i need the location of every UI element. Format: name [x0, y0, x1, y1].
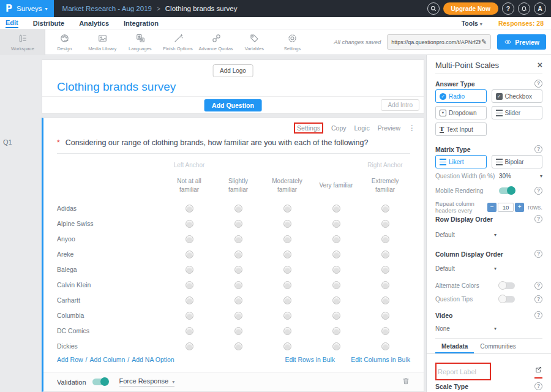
radio-button-calvin-klein-slightly-familiar[interactable]	[234, 281, 242, 289]
answer-type-option-slider[interactable]: Slider	[492, 106, 543, 119]
avatar[interactable]: A	[534, 2, 546, 15]
radio-button-dickies-not-at-all-familiar[interactable]	[186, 342, 193, 350]
link-add-column[interactable]: Add Column	[90, 356, 126, 363]
video-select[interactable]: None ▾	[435, 325, 542, 332]
tools-dropdown[interactable]: Tools ▾	[462, 20, 482, 27]
radio-button-dc-comics-not-at-all-familiar[interactable]	[186, 327, 193, 335]
radio-button-carhartt-slightly-familiar[interactable]	[234, 296, 242, 304]
help-icon[interactable]: ?	[534, 215, 542, 223]
radio-button-anyoo-not-at-all-familiar[interactable]	[186, 235, 193, 243]
radio-button-dc-comics-extremely-familiar[interactable]	[381, 327, 389, 335]
toolbar-item-media-library[interactable]: Media Library	[83, 29, 121, 55]
survey-title[interactable]: Clothing brands survey	[57, 80, 176, 94]
radio-button-balega-slightly-familiar[interactable]	[234, 266, 242, 274]
toolbar-item-variables[interactable]: Variables	[235, 29, 273, 55]
mobile-rendering-toggle[interactable]	[499, 187, 515, 194]
row-display-order-select[interactable]: Default ▾	[435, 232, 542, 238]
radio-button-areke-not-at-all-familiar[interactable]	[186, 251, 193, 258]
add-logo-button[interactable]: Add Logo	[212, 64, 253, 77]
radio-button-dickies-moderately-familiar[interactable]	[283, 342, 291, 350]
link-add-na-option[interactable]: Add NA Option	[132, 356, 174, 363]
answer-type-option-text-input[interactable]: TText Input	[435, 123, 487, 136]
radio-button-anyoo-moderately-familiar[interactable]	[283, 235, 291, 243]
help-icon[interactable]: ?	[534, 80, 542, 88]
radio-button-adidas-slightly-familiar[interactable]	[234, 205, 242, 213]
edit-url-icon[interactable]: ✎	[481, 38, 487, 46]
radio-button-adidas-moderately-familiar[interactable]	[283, 205, 291, 213]
nav-tab-integration[interactable]: Integration	[124, 18, 159, 28]
radio-button-dickies-very-familiar[interactable]	[332, 342, 340, 350]
column-display-order-select[interactable]: Default ▾	[435, 265, 542, 272]
link-edit-columns-in-bulk[interactable]: Edit Columns in Bulk	[351, 356, 410, 363]
plus-button[interactable]: +	[515, 203, 524, 212]
upgrade-now-button[interactable]: Upgrade Now	[443, 2, 498, 15]
radio-button-adidas-not-at-all-familiar[interactable]	[186, 205, 193, 213]
kebab-menu-icon[interactable]: ⋮	[408, 124, 416, 132]
validation-toggle[interactable]	[92, 379, 108, 385]
question-action-settings[interactable]: Settings	[294, 123, 323, 134]
report-label-expand-button[interactable]	[534, 365, 542, 379]
radio-button-carhartt-very-familiar[interactable]	[332, 296, 340, 304]
toolbar-item-workspace[interactable]: Workspace	[0, 29, 45, 55]
link-edit-rows-in-bulk[interactable]: Edit Rows in Bulk	[285, 356, 335, 363]
radio-button-anyoo-slightly-familiar[interactable]	[234, 235, 242, 243]
radio-button-dickies-extremely-familiar[interactable]	[381, 342, 389, 350]
validation-type-dropdown[interactable]: Force Response▾	[119, 377, 175, 386]
radio-button-alpine-swiss-extremely-familiar[interactable]	[381, 220, 389, 228]
answer-type-option-dropdown[interactable]: ▾Dropdown	[435, 106, 487, 119]
add-intro-button[interactable]: Add Intro	[381, 99, 419, 111]
radio-button-columbia-very-familiar[interactable]	[332, 312, 340, 320]
question-width-value[interactable]: 30%	[499, 173, 511, 179]
radio-button-columbia-moderately-familiar[interactable]	[283, 312, 291, 320]
radio-button-balega-not-at-all-familiar[interactable]	[186, 266, 193, 274]
question-action-logic[interactable]: Logic	[354, 124, 370, 132]
radio-button-carhartt-not-at-all-familiar[interactable]	[186, 296, 193, 304]
responses-count[interactable]: Responses: 28	[498, 20, 544, 27]
toolbar-item-finish-options[interactable]: Finish Options	[159, 29, 197, 55]
add-question-button[interactable]: Add Question	[204, 99, 262, 111]
surveys-app-menu[interactable]: P Surveys ▾	[0, 0, 54, 17]
preview-button[interactable]: Preview	[497, 34, 546, 50]
radio-button-calvin-klein-moderately-familiar[interactable]	[283, 281, 291, 289]
radio-button-balega-very-familiar[interactable]	[332, 266, 340, 274]
search-button[interactable]	[427, 2, 440, 15]
radio-button-dickies-slightly-familiar[interactable]	[234, 342, 242, 350]
radio-button-anyoo-very-familiar[interactable]	[332, 235, 340, 243]
radio-button-areke-moderately-familiar[interactable]	[283, 251, 291, 258]
repeat-headers-value[interactable]: 10	[498, 203, 514, 212]
radio-button-dc-comics-slightly-familiar[interactable]	[234, 327, 242, 335]
tab-metadata[interactable]: Metadata	[435, 341, 474, 353]
radio-button-areke-slightly-familiar[interactable]	[234, 251, 242, 258]
help-icon[interactable]: ?	[534, 145, 542, 153]
link-add-row[interactable]: Add Row	[57, 356, 83, 363]
matrix-type-option-likert[interactable]: Likert	[435, 155, 487, 168]
toolbar-item-design[interactable]: Design	[45, 29, 83, 55]
notifications-button[interactable]	[518, 2, 530, 15]
radio-button-areke-very-familiar[interactable]	[332, 251, 340, 258]
radio-button-columbia-slightly-familiar[interactable]	[234, 312, 242, 320]
help-icon[interactable]: ?	[534, 282, 542, 290]
radio-button-adidas-extremely-familiar[interactable]	[381, 205, 389, 213]
radio-button-areke-extremely-familiar[interactable]	[381, 251, 389, 258]
question-action-copy[interactable]: Copy	[331, 124, 347, 132]
radio-button-alpine-swiss-slightly-familiar[interactable]	[234, 220, 242, 228]
help-button[interactable]: ?	[502, 2, 514, 15]
radio-button-dc-comics-very-familiar[interactable]	[332, 327, 340, 335]
answer-type-option-checkbox[interactable]: ✓Checkbox	[492, 89, 543, 103]
toolbar-item-languages[interactable]: Languages	[121, 29, 159, 55]
radio-button-balega-moderately-familiar[interactable]	[283, 266, 291, 274]
radio-button-carhartt-moderately-familiar[interactable]	[283, 296, 291, 304]
nav-tab-distribute[interactable]: Distribute	[33, 18, 64, 28]
question-action-preview[interactable]: Preview	[378, 124, 400, 132]
delete-question-button[interactable]	[402, 377, 410, 388]
help-icon[interactable]: ?	[534, 187, 542, 195]
nav-tab-edit[interactable]: Edit	[6, 18, 18, 28]
question-text[interactable]: Considering our range of clothing brands…	[66, 138, 369, 147]
help-icon[interactable]: ?	[534, 382, 542, 390]
radio-button-dc-comics-moderately-familiar[interactable]	[283, 327, 291, 335]
radio-button-adidas-very-familiar[interactable]	[332, 205, 340, 213]
radio-button-alpine-swiss-moderately-familiar[interactable]	[283, 220, 291, 228]
question-tips-toggle[interactable]	[499, 296, 515, 303]
radio-button-columbia-not-at-all-familiar[interactable]	[186, 312, 193, 320]
help-icon[interactable]: ?	[534, 311, 542, 319]
